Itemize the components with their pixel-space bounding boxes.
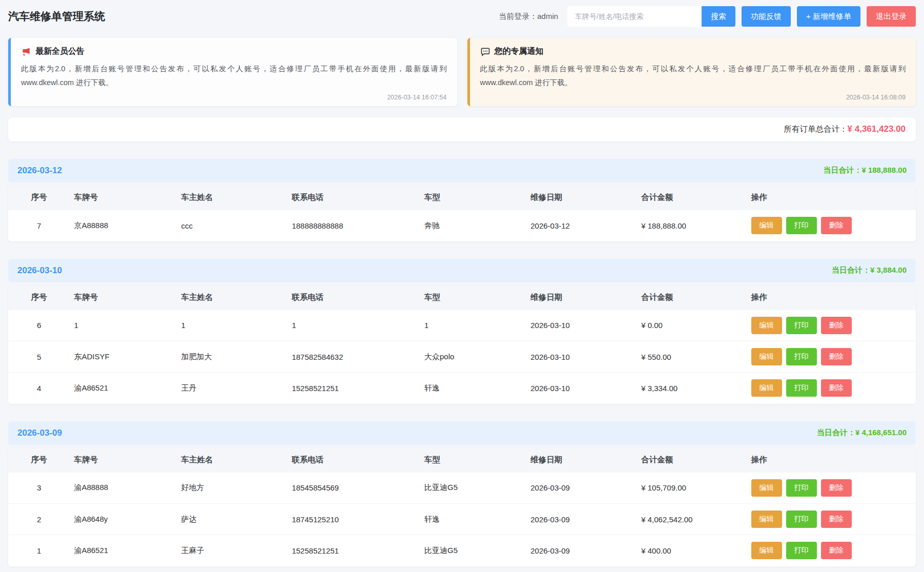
- column-header: 维修日期: [526, 186, 637, 210]
- orders-table-card: 序号车牌号车主姓名联系电话车型维修日期合计金额操作 3渝A88888好地方185…: [8, 448, 916, 566]
- table-header-row: 序号车牌号车主姓名联系电话车型维修日期合计金额操作: [8, 285, 916, 310]
- order-actions: 编辑打印删除: [747, 210, 916, 241]
- edit-button[interactable]: 编辑: [751, 317, 782, 334]
- page-title: 汽车维修单管理系统: [8, 9, 105, 24]
- feedback-button[interactable]: 功能反馈: [742, 6, 791, 27]
- order-seq: 5: [8, 341, 70, 373]
- order-date: 2026-03-10: [526, 341, 637, 373]
- orders-table: 序号车牌号车主姓名联系电话车型维修日期合计金额操作 7京A88888ccc188…: [8, 186, 916, 241]
- delete-button[interactable]: 删除: [821, 317, 852, 334]
- table-row: 1渝A86521王麻子15258521251比亚迪G52026-03-09¥ 4…: [8, 535, 916, 566]
- column-header: 车型: [420, 186, 526, 210]
- megaphone-icon: [21, 47, 31, 57]
- order-owner: 萨达: [177, 504, 288, 535]
- column-header: 操作: [747, 448, 916, 473]
- delete-button[interactable]: 删除: [821, 379, 852, 397]
- table-row: 611112026-03-10¥ 0.00编辑打印删除: [8, 310, 916, 341]
- order-plate: 渝A88888: [70, 473, 177, 504]
- print-button[interactable]: 打印: [786, 479, 817, 497]
- order-plate: 渝A86521: [70, 535, 177, 566]
- table-row: 4渝A86521王丹15258521251轩逸2026-03-10¥ 3,334…: [8, 373, 916, 404]
- day-section: 2026-03-10 当日合计：¥ 3,884.00 序号车牌号车主姓名联系电话…: [8, 259, 916, 404]
- day-header-bar: 2026-03-10 当日合计：¥ 3,884.00: [8, 259, 916, 282]
- table-header-row: 序号车牌号车主姓名联系电话车型维修日期合计金额操作: [8, 448, 916, 473]
- order-plate: 京A88888: [70, 210, 177, 241]
- delete-button[interactable]: 删除: [821, 542, 852, 559]
- day-header-bar: 2026-03-09 当日合计：¥ 4,168,651.00: [8, 421, 916, 445]
- order-seq: 3: [8, 473, 70, 504]
- notice-cards: 最新全员公告 此版本为2.0，新增后台账号管理和公告发布，可以私发个人账号，适合…: [8, 38, 916, 106]
- edit-button[interactable]: 编辑: [751, 379, 782, 397]
- order-seq: 7: [8, 210, 70, 241]
- order-seq: 6: [8, 310, 70, 341]
- order-phone: 1: [288, 310, 420, 341]
- day-section: 2026-03-09 当日合计：¥ 4,168,651.00 序号车牌号车主姓名…: [8, 421, 916, 566]
- print-button[interactable]: 打印: [786, 542, 817, 559]
- print-button[interactable]: 打印: [786, 510, 817, 528]
- delete-button[interactable]: 删除: [821, 510, 852, 528]
- orders-table: 序号车牌号车主姓名联系电话车型维修日期合计金额操作 611112026-03-1…: [8, 285, 916, 404]
- column-header: 联系电话: [288, 448, 420, 473]
- announcement-body: 此版本为2.0，新增后台账号管理和公告发布，可以私发个人账号，适合修理厂员工带手…: [21, 62, 447, 90]
- logout-button[interactable]: 退出登录: [867, 6, 916, 27]
- page: 汽车维修单管理系统 当前登录：admin 搜索 功能反馈 + 新增维修单 退出登…: [0, 0, 924, 572]
- order-date: 2026-03-12: [526, 210, 637, 241]
- delete-button[interactable]: 删除: [821, 348, 852, 365]
- order-owner: 王丹: [177, 373, 288, 404]
- column-header: 合计金额: [637, 448, 747, 473]
- delete-button[interactable]: 删除: [821, 479, 852, 497]
- order-phone: 15258521251: [288, 535, 420, 566]
- order-model: 轩逸: [420, 504, 526, 535]
- announcement-timestamp: 2026-03-14 16:07:54: [21, 94, 447, 101]
- order-amount: ¥ 105,709.00: [637, 473, 747, 504]
- order-plate: 渝A8648y: [70, 504, 177, 535]
- order-date: 2026-03-10: [526, 310, 637, 341]
- order-amount: ¥ 188,888.00: [637, 210, 747, 241]
- order-phone: 18545854569: [288, 473, 420, 504]
- order-date: 2026-03-09: [526, 473, 637, 504]
- day-date: 2026-03-09: [17, 428, 62, 438]
- day-date: 2026-03-10: [17, 265, 62, 276]
- print-button[interactable]: 打印: [786, 217, 817, 234]
- order-date: 2026-03-09: [526, 504, 637, 535]
- order-seq: 4: [8, 373, 70, 404]
- column-header: 序号: [8, 448, 70, 473]
- search-button[interactable]: 搜索: [702, 6, 735, 27]
- order-model: 比亚迪G5: [420, 535, 526, 566]
- speech-bubble-icon: [480, 47, 490, 57]
- order-model: 大众polo: [420, 341, 526, 373]
- day-header-bar: 2026-03-12 当日合计：¥ 188,888.00: [8, 159, 916, 182]
- print-button[interactable]: 打印: [786, 348, 817, 365]
- order-amount: ¥ 3,334.00: [637, 373, 747, 404]
- order-model: 1: [420, 310, 526, 341]
- personal-notice-title: 您的专属通知: [495, 46, 544, 57]
- day-section: 2026-03-12 当日合计：¥ 188,888.00 序号车牌号车主姓名联系…: [8, 159, 916, 241]
- column-header: 车牌号: [70, 285, 177, 310]
- order-actions: 编辑打印删除: [747, 535, 916, 566]
- edit-button[interactable]: 编辑: [751, 542, 782, 559]
- order-actions: 编辑打印删除: [747, 504, 916, 535]
- order-seq: 2: [8, 504, 70, 535]
- order-phone: 15258521251: [288, 373, 420, 404]
- print-button[interactable]: 打印: [786, 317, 817, 334]
- print-button[interactable]: 打印: [786, 379, 817, 397]
- search-input[interactable]: [567, 6, 702, 27]
- column-header: 车型: [420, 285, 526, 310]
- edit-button[interactable]: 编辑: [751, 479, 782, 497]
- column-header: 车型: [420, 448, 526, 473]
- edit-button[interactable]: 编辑: [751, 217, 782, 234]
- order-amount: ¥ 0.00: [637, 310, 747, 341]
- order-amount: ¥ 4,062,542.00: [637, 504, 747, 535]
- add-repair-order-button[interactable]: + 新增维修单: [797, 6, 860, 27]
- column-header: 操作: [747, 285, 916, 310]
- order-model: 奔驰: [420, 210, 526, 241]
- topbar-actions: 当前登录：admin 搜索 功能反馈 + 新增维修单 退出登录: [499, 6, 916, 27]
- edit-button[interactable]: 编辑: [751, 348, 782, 365]
- grand-total-label: 所有订单总合计：: [784, 125, 848, 133]
- order-plate: 1: [70, 310, 177, 341]
- column-header: 车牌号: [70, 186, 177, 210]
- order-owner: ccc: [177, 210, 288, 241]
- edit-button[interactable]: 编辑: [751, 510, 782, 528]
- delete-button[interactable]: 删除: [821, 217, 852, 234]
- table-row: 3渝A88888好地方18545854569比亚迪G52026-03-09¥ 1…: [8, 473, 916, 504]
